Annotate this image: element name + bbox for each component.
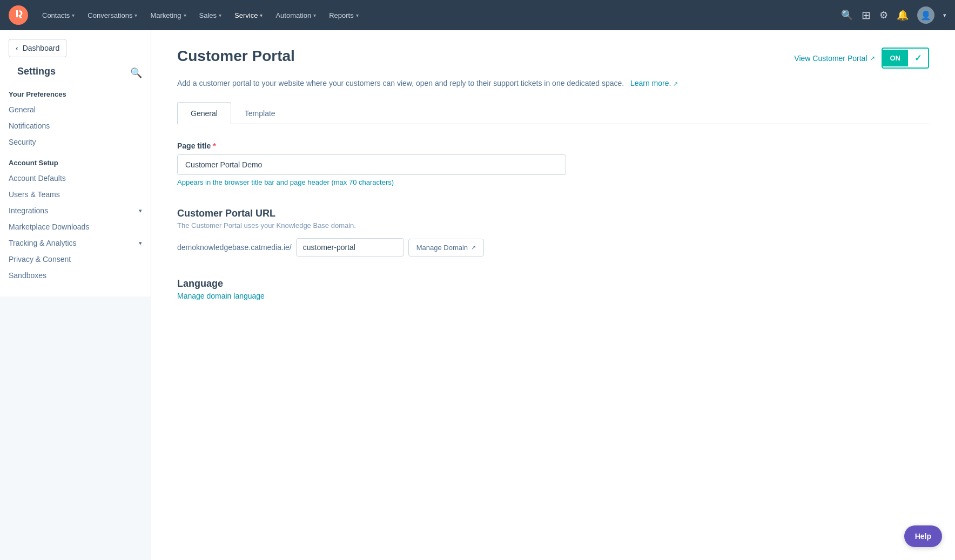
user-avatar[interactable]: 👤 bbox=[917, 6, 934, 24]
toggle-on-label: ON bbox=[883, 50, 909, 66]
top-navigation: Contacts ▾ Conversations ▾ Marketing ▾ S… bbox=[0, 0, 955, 30]
manage-domain-language-link[interactable]: Manage domain language bbox=[177, 292, 265, 300]
page-title-section: Page title * Appears in the browser titl… bbox=[177, 141, 929, 186]
page-header: Customer Portal View Customer Portal ↗ O… bbox=[177, 48, 929, 69]
chevron-left-icon: ‹ bbox=[16, 44, 18, 52]
language-section: Language Manage domain language bbox=[177, 278, 929, 300]
sidebar-item-sandboxes[interactable]: Sandboxes bbox=[0, 267, 151, 284]
sidebar-item-general[interactable]: General bbox=[0, 102, 151, 118]
nav-sales[interactable]: Sales ▾ bbox=[194, 8, 227, 23]
manage-domain-button[interactable]: Manage Domain ↗ bbox=[408, 239, 484, 257]
manage-domain-external-icon: ↗ bbox=[471, 244, 476, 251]
sidebar: ‹ Dashboard Settings 🔍 Your Preferences … bbox=[0, 30, 151, 296]
svg-point-0 bbox=[9, 5, 28, 25]
reports-chevron-icon: ▾ bbox=[356, 12, 359, 18]
url-description: The Customer Portal uses your Knowledge … bbox=[177, 221, 929, 230]
required-marker: * bbox=[213, 141, 216, 150]
sidebar-item-notifications[interactable]: Notifications bbox=[0, 118, 151, 134]
tracking-chevron-icon: ▾ bbox=[139, 240, 142, 247]
hubspot-logo[interactable] bbox=[9, 5, 28, 25]
sidebar-item-tracking[interactable]: Tracking & Analytics ▾ bbox=[0, 235, 151, 251]
search-icon[interactable]: 🔍 bbox=[841, 9, 853, 21]
view-customer-portal-link[interactable]: View Customer Portal ↗ bbox=[794, 54, 875, 63]
nav-reports[interactable]: Reports ▾ bbox=[324, 8, 364, 23]
url-prefix: demoknowledgebase.catmedia.ie/ bbox=[177, 243, 292, 252]
nav-contacts[interactable]: Contacts ▾ bbox=[37, 8, 80, 23]
topnav-right-area: 🔍 ⊞ ⚙ 🔔 👤 ▾ bbox=[841, 6, 946, 24]
account-chevron-icon[interactable]: ▾ bbox=[943, 12, 946, 19]
integrations-chevron-icon: ▾ bbox=[139, 207, 142, 214]
marketing-chevron-icon: ▾ bbox=[184, 12, 186, 18]
tab-template[interactable]: Template bbox=[231, 102, 289, 124]
main-content: Customer Portal View Customer Portal ↗ O… bbox=[151, 30, 955, 560]
url-section: Customer Portal URL The Customer Portal … bbox=[177, 208, 929, 257]
content-tabs: General Template bbox=[177, 102, 929, 124]
service-chevron-icon: ▾ bbox=[260, 12, 263, 18]
your-preferences-section: Your Preferences bbox=[0, 82, 151, 102]
nav-automation[interactable]: Automation ▾ bbox=[270, 8, 321, 23]
language-section-title: Language bbox=[177, 278, 929, 289]
sidebar-search-area: Settings 🔍 bbox=[0, 62, 151, 82]
sidebar-item-marketplace[interactable]: Marketplace Downloads bbox=[0, 219, 151, 235]
url-section-title: Customer Portal URL bbox=[177, 208, 929, 219]
page-title-hint: Appears in the browser title bar and pag… bbox=[177, 178, 929, 186]
page-layout: ‹ Dashboard Settings 🔍 Your Preferences … bbox=[0, 30, 955, 560]
nav-service[interactable]: Service ▾ bbox=[229, 8, 268, 23]
nav-conversations[interactable]: Conversations ▾ bbox=[82, 8, 143, 23]
sidebar-item-account-defaults[interactable]: Account Defaults bbox=[0, 170, 151, 186]
sidebar-item-integrations[interactable]: Integrations ▾ bbox=[0, 203, 151, 219]
dashboard-label: Dashboard bbox=[23, 44, 60, 52]
account-setup-section: Account Setup bbox=[0, 150, 151, 170]
sidebar-item-security[interactable]: Security bbox=[0, 134, 151, 150]
header-right-controls: View Customer Portal ↗ ON ✓ bbox=[794, 48, 929, 69]
url-row: demoknowledgebase.catmedia.ie/ Manage Do… bbox=[177, 238, 929, 257]
page-title-input[interactable] bbox=[177, 154, 566, 175]
sidebar-wrapper: ‹ Dashboard Settings 🔍 Your Preferences … bbox=[0, 30, 151, 560]
dashboard-button[interactable]: ‹ Dashboard bbox=[9, 39, 66, 57]
sidebar-search-icon[interactable]: 🔍 bbox=[130, 67, 142, 79]
tab-general[interactable]: General bbox=[177, 102, 231, 124]
marketplace-icon[interactable]: ⊞ bbox=[862, 9, 871, 22]
url-slug-input[interactable] bbox=[296, 238, 404, 257]
conversations-chevron-icon: ▾ bbox=[134, 12, 137, 18]
notifications-icon[interactable]: 🔔 bbox=[897, 9, 909, 21]
page-title-label: Page title * bbox=[177, 141, 929, 150]
sidebar-item-users-teams[interactable]: Users & Teams bbox=[0, 186, 151, 203]
sales-chevron-icon: ▾ bbox=[219, 12, 221, 18]
learn-more-link[interactable]: Learn more. ↗ bbox=[628, 79, 678, 87]
automation-chevron-icon: ▾ bbox=[313, 12, 316, 18]
page-title: Customer Portal bbox=[177, 48, 295, 65]
nav-marketing[interactable]: Marketing ▾ bbox=[145, 8, 191, 23]
learn-more-external-icon: ↗ bbox=[673, 80, 678, 87]
settings-heading: Settings bbox=[9, 66, 64, 79]
sidebar-item-privacy[interactable]: Privacy & Consent bbox=[0, 251, 151, 267]
page-description: Add a customer portal to your website wh… bbox=[177, 77, 929, 89]
settings-icon[interactable]: ⚙ bbox=[879, 9, 888, 21]
help-button[interactable]: Help bbox=[904, 525, 942, 547]
external-link-icon: ↗ bbox=[870, 55, 875, 62]
toggle-check-icon: ✓ bbox=[908, 49, 928, 68]
contacts-chevron-icon: ▾ bbox=[72, 12, 75, 18]
portal-toggle[interactable]: ON ✓ bbox=[882, 48, 930, 69]
